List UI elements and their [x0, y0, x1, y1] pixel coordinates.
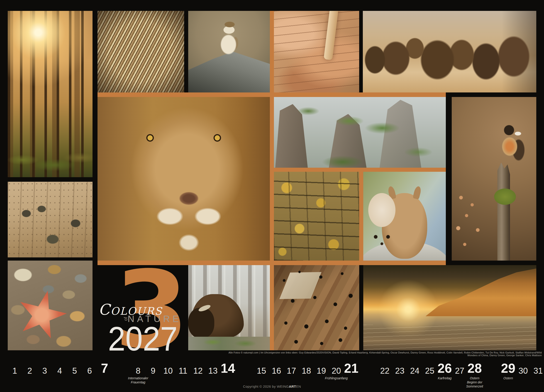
calendar-day-29: 29 [501, 361, 515, 376]
calendar-day-4: 4 [57, 366, 62, 376]
bison-head [188, 308, 214, 338]
calendar-day-30: 30 [518, 366, 528, 376]
calendar-day-20: 20 [331, 366, 341, 376]
calendar-page: 3 Colours of NATURE 2027 Alle Fotos © na… [0, 0, 544, 392]
calendar-day-label-29: Ostern [503, 376, 513, 380]
bark-strip-shape [324, 11, 338, 60]
photo-songbird-on-rock [188, 11, 270, 92]
seed-heads [452, 171, 498, 261]
calendar-day-25: 25 [425, 366, 434, 376]
photo-bison [188, 265, 270, 350]
photo-forest [8, 11, 93, 177]
mountain-foliage [274, 97, 446, 168]
calendar-day-22: 22 [380, 366, 389, 376]
songbird-shape [214, 21, 244, 59]
photo-stonechat [452, 97, 536, 261]
photo-sunset-cliffs [363, 265, 536, 350]
calendar-day-3: 3 [42, 366, 47, 376]
calendar-day-6: 6 [87, 366, 92, 376]
calendar-day-label-26: Karfreitag [438, 376, 452, 380]
calendar-day-21: 21 [344, 361, 358, 376]
calendar-day-7: 7 [101, 361, 108, 376]
photo-wood-ants [274, 265, 359, 350]
calendar-day-24: 24 [410, 366, 419, 376]
ants-swarm [274, 265, 359, 350]
orange-divider-under-mountains [274, 168, 446, 172]
photo-credits: Alle Fotos © naturepl.com | Im Uhrzeiger… [224, 351, 542, 357]
calendar-day-23: 23 [395, 366, 404, 376]
squirrel-chest [368, 193, 396, 227]
squirrel-shape [382, 193, 427, 259]
photo-bark-texture [274, 11, 359, 92]
calendar-day-14: 14 [221, 361, 235, 376]
mossy-log [188, 337, 270, 350]
stonechat-shape [496, 123, 527, 166]
calendar-day-13: 13 [208, 366, 218, 376]
orange-divider-vertical-main [270, 11, 274, 350]
photo-gelada-monkeys [363, 11, 536, 92]
brand-weingarten-art: ART [289, 385, 296, 388]
calendar-day-12: 12 [193, 366, 202, 376]
calendar-day-19: 19 [317, 366, 326, 376]
calendar-day-15: 15 [257, 366, 266, 376]
copyright-line: Copyright © 2026 by WEINGARTEN [0, 385, 544, 388]
orange-divider-top [98, 92, 446, 97]
brand-weingarten-start: WEING [277, 385, 289, 388]
calendar-day-5: 5 [72, 366, 77, 376]
starfish-shape [12, 285, 72, 345]
photo-karst-mountains [274, 97, 446, 168]
beach-shape [363, 325, 536, 350]
calendar-day-1: 1 [12, 366, 17, 376]
calendar-day-28: 28 [467, 361, 482, 376]
calendar-day-27: 27 [455, 366, 464, 376]
calendar-day-16: 16 [272, 366, 281, 376]
calendar-day-2: 2 [27, 366, 32, 376]
photo-red-squirrel [363, 172, 446, 261]
copyright-prefix: Copyright © 2026 by [243, 385, 277, 388]
calendar-day-label-8: InternationalerFrauentag [128, 376, 148, 384]
photo-lion-face [98, 97, 270, 261]
photo-turtle-hatchlings [8, 182, 93, 257]
photo-starfish-pebbles [8, 261, 93, 350]
calendar-day-18: 18 [302, 366, 311, 376]
wooden-post-shape [497, 162, 510, 261]
title-block: 3 Colours of NATURE 2027 [98, 265, 184, 350]
calendar-day-17: 17 [287, 366, 296, 376]
photo-lichen-stone-wall [274, 172, 359, 261]
orange-divider-wall-squirrel [359, 172, 363, 261]
brand-weingarten-end: EN [296, 385, 301, 388]
calendar-day-label-20: Frühlingsanfang [325, 376, 348, 380]
calendar-day-31: 31 [533, 366, 543, 376]
squirrel-face [367, 227, 396, 248]
title-year: 2027 [108, 322, 177, 356]
cliff-shape [426, 269, 536, 316]
calendar-day-26: 26 [438, 361, 452, 376]
photo-hedgehog-spines [98, 11, 184, 92]
